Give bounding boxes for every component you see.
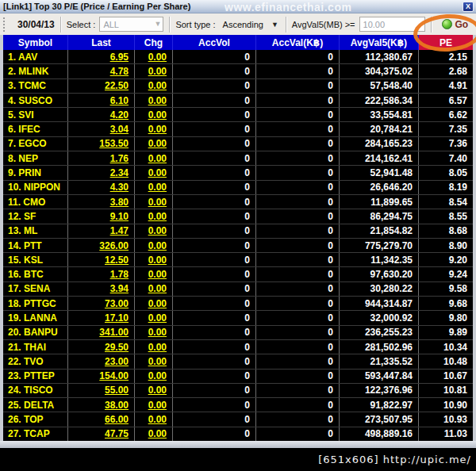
last-cell[interactable]: 66.00	[68, 412, 135, 426]
symbol-cell[interactable]: 3. TCMC	[3, 79, 68, 93]
chg-cell[interactable]: 0.00	[135, 398, 173, 412]
chg-cell[interactable]: 0.00	[135, 195, 173, 209]
col-header-avgval5[interactable]: AvgVal5(K฿)	[340, 35, 419, 50]
last-cell[interactable]: 3.04	[68, 122, 135, 136]
symbol-cell[interactable]: 1. AAV	[3, 50, 68, 63]
last-cell[interactable]: 73.00	[68, 297, 135, 310]
table-row: 6. IFEC 3.04 0.00 0 0 20,784.21 7.35	[3, 122, 473, 136]
last-cell[interactable]: 1.47	[68, 224, 135, 238]
close-icon[interactable]: X	[463, 2, 474, 12]
chg-cell[interactable]: 0.00	[135, 354, 173, 368]
toolbar-grip-handle[interactable]	[3, 17, 6, 32]
symbol-cell[interactable]: 24. TISCO	[3, 384, 68, 397]
last-cell[interactable]: 154.00	[68, 370, 135, 383]
chg-cell[interactable]: 0.00	[135, 311, 173, 324]
chg-cell[interactable]: 0.00	[135, 340, 173, 354]
col-header-last[interactable]: Last	[68, 35, 135, 50]
symbol-cell[interactable]: 16. BTC	[3, 267, 68, 281]
symbol-cell[interactable]: 2. MLINK	[3, 64, 68, 78]
symbol-cell[interactable]: 23. PTTEP	[3, 370, 68, 383]
chg-cell[interactable]: 0.00	[135, 253, 173, 266]
last-cell[interactable]: 6.10	[68, 94, 135, 107]
symbol-cell[interactable]: 10. NIPPON	[3, 181, 68, 194]
symbol-cell[interactable]: 20. BANPU	[3, 326, 68, 339]
last-cell[interactable]: 326.00	[68, 239, 135, 252]
chg-cell[interactable]: 0.00	[135, 209, 173, 223]
last-cell[interactable]: 6.95	[68, 50, 135, 63]
symbol-cell[interactable]: 26. TOP	[3, 412, 68, 426]
last-cell[interactable]: 12.50	[68, 253, 135, 266]
chg-cell[interactable]: 0.00	[135, 370, 173, 383]
last-cell[interactable]: 341.00	[68, 326, 135, 339]
symbol-cell[interactable]: 17. SENA	[3, 282, 68, 296]
symbol-cell[interactable]: 15. KSL	[3, 253, 68, 266]
chg-cell[interactable]: 0.00	[135, 122, 173, 136]
last-cell[interactable]: 23.00	[68, 354, 135, 368]
symbol-cell[interactable]: 13. ML	[3, 224, 68, 238]
chg-cell[interactable]: 0.00	[135, 79, 173, 93]
app-window: [Link1] Top 30 P/E (Price / Earning Per …	[0, 0, 476, 448]
chg-cell[interactable]: 0.00	[135, 427, 173, 441]
symbol-cell[interactable]: 4. SUSCO	[3, 94, 68, 107]
chg-cell[interactable]: 0.00	[135, 181, 173, 194]
accvol-cell: 0	[173, 137, 256, 151]
chg-cell[interactable]: 0.00	[135, 282, 173, 296]
chg-cell[interactable]: 0.00	[135, 108, 173, 121]
last-cell[interactable]: 4.30	[68, 181, 135, 194]
chg-cell[interactable]: 0.00	[135, 239, 173, 252]
title-bar[interactable]: [Link1] Top 30 P/E (Price / Earning Per …	[0, 0, 476, 13]
last-cell[interactable]: 1.78	[68, 267, 135, 281]
avgval-filter-input[interactable]	[359, 17, 425, 32]
accval-cell: 0	[256, 195, 340, 209]
chg-cell[interactable]: 0.00	[135, 326, 173, 339]
symbol-cell[interactable]: 11. CMO	[3, 195, 68, 209]
last-cell[interactable]: 47.75	[68, 427, 135, 441]
symbol-cell[interactable]: 5. SVI	[3, 108, 68, 121]
last-cell[interactable]: 2.34	[68, 166, 135, 179]
symbol-cell[interactable]: 14. PTT	[3, 239, 68, 252]
chg-cell[interactable]: 0.00	[135, 64, 173, 78]
chg-cell[interactable]: 0.00	[135, 166, 173, 179]
symbol-cell[interactable]: 22. TVO	[3, 354, 68, 368]
last-cell[interactable]: 1.76	[68, 151, 135, 165]
col-header-accvol[interactable]: AccVol	[173, 35, 256, 50]
chg-cell[interactable]: 0.00	[135, 94, 173, 107]
sort-type-dropdown[interactable]: Ascending ▼	[220, 17, 280, 32]
avgval5-cell: 21,335.52	[340, 354, 419, 368]
symbol-cell[interactable]: 8. NEP	[3, 151, 68, 165]
last-cell[interactable]: 4.20	[68, 108, 135, 121]
chg-cell[interactable]: 0.00	[135, 412, 173, 426]
chg-cell[interactable]: 0.00	[135, 151, 173, 165]
symbol-cell[interactable]: 18. PTTGC	[3, 297, 68, 310]
last-cell[interactable]: 29.50	[68, 340, 135, 354]
col-header-pe[interactable]: PE	[419, 35, 473, 50]
symbol-cell[interactable]: 12. SF	[3, 209, 68, 223]
last-cell[interactable]: 55.00	[68, 384, 135, 397]
select-dropdown[interactable]: ALL ▼	[99, 17, 163, 32]
last-cell[interactable]: 22.50	[68, 79, 135, 93]
last-cell[interactable]: 153.50	[68, 137, 135, 151]
last-cell[interactable]: 3.94	[68, 282, 135, 296]
symbol-cell[interactable]: 9. PRIN	[3, 166, 68, 179]
last-cell[interactable]: 38.00	[68, 398, 135, 412]
symbol-cell[interactable]: 27. TCAP	[3, 427, 68, 441]
chg-cell[interactable]: 0.00	[135, 224, 173, 238]
go-button[interactable]: Go	[442, 19, 469, 30]
symbol-cell[interactable]: 19. LANNA	[3, 311, 68, 324]
chg-cell[interactable]: 0.00	[135, 137, 173, 151]
last-cell[interactable]: 9.10	[68, 209, 135, 223]
col-header-symbol[interactable]: Symbol	[3, 35, 68, 50]
chg-cell[interactable]: 0.00	[135, 384, 173, 397]
last-cell[interactable]: 17.10	[68, 311, 135, 324]
last-cell[interactable]: 3.80	[68, 195, 135, 209]
symbol-cell[interactable]: 25. DELTA	[3, 398, 68, 412]
symbol-cell[interactable]: 6. IFEC	[3, 122, 68, 136]
symbol-cell[interactable]: 21. THAI	[3, 340, 68, 354]
chg-cell[interactable]: 0.00	[135, 50, 173, 63]
last-cell[interactable]: 4.78	[68, 64, 135, 78]
chg-cell[interactable]: 0.00	[135, 297, 173, 310]
symbol-cell[interactable]: 7. EGCO	[3, 137, 68, 151]
chg-cell[interactable]: 0.00	[135, 267, 173, 281]
col-header-chg[interactable]: Chg	[135, 35, 173, 50]
col-header-accval[interactable]: AccVal(K฿)	[256, 35, 340, 50]
